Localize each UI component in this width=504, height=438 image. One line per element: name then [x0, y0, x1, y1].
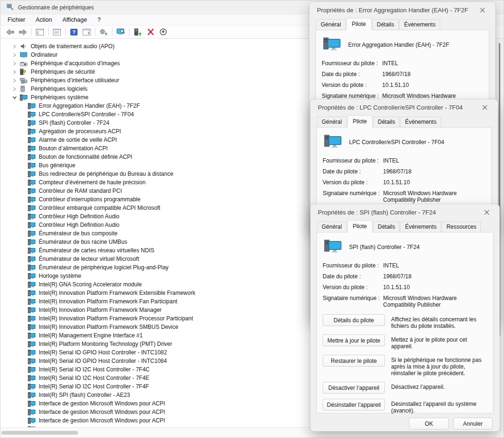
sysdev-icon: [28, 120, 36, 126]
driver-provider-value: INTEL: [383, 262, 487, 269]
field-label: Date du pilote :: [323, 273, 383, 280]
field-label: Version du pilote :: [322, 82, 382, 88]
menu-fichier[interactable]: Fichier: [2, 15, 31, 25]
forward-icon[interactable]: [17, 26, 29, 38]
sysdev-icon: [28, 180, 36, 186]
chevron-right-icon[interactable]: [12, 78, 20, 83]
tab-pilote[interactable]: Pilote: [346, 18, 372, 30]
dialog-titlebar: Propriétés de : SPI (flash) Controller -…: [310, 204, 500, 220]
add-driver-icon[interactable]: [131, 26, 144, 38]
tab-details[interactable]: Détails: [373, 117, 400, 128]
sysdev-icon: [28, 316, 36, 322]
disable-device-icon[interactable]: [157, 26, 170, 38]
security-icon: [20, 69, 28, 75]
tree-item-label: Compteur d’événement de haute précision: [36, 179, 145, 186]
disable-device-button[interactable]: Désactiver l’appareil: [323, 382, 385, 394]
close-icon[interactable]: [478, 102, 491, 113]
tab-pilote[interactable]: Pilote: [347, 115, 373, 128]
tree-item-label: Intel(R) SPI (flash) Controller - AE23: [36, 392, 130, 398]
tree-item-label: Intel(R) Serial IO I2C Host Controller -…: [36, 375, 149, 381]
driver-version-value: 10.1.51.10: [382, 82, 483, 88]
driver-date-value: 1968/07/18: [382, 71, 483, 77]
field-label: Signataire numérique :: [323, 295, 383, 308]
tab-pilote[interactable]: Pilote: [347, 220, 373, 232]
tab-evenements[interactable]: Événements: [399, 19, 440, 30]
menu-help[interactable]: ?: [92, 15, 106, 25]
tree-item-label: Contrôleur High Definition Audio: [36, 222, 120, 228]
driver-signer-value: Microsoft Windows Hardware Compatibility…: [383, 295, 487, 308]
menu-affichage[interactable]: Affichage: [57, 15, 92, 25]
back-icon[interactable]: [4, 26, 17, 38]
sysdev-icon: [28, 214, 36, 220]
help-icon[interactable]: ?: [68, 26, 80, 38]
toolbar-separator: [48, 28, 49, 36]
device-name: LPC Controller/eSPI Controller - 7F04: [349, 139, 444, 146]
update-driver-button[interactable]: Mettre à jour le pilote: [323, 335, 385, 346]
sysdev-icon: [28, 273, 36, 279]
computer-icon: [20, 52, 28, 58]
action-pane-icon[interactable]: [80, 26, 93, 38]
sysdev-icon: [28, 265, 36, 271]
toolbar-separator: [112, 28, 112, 36]
tab-general[interactable]: Général: [316, 19, 346, 30]
close-icon[interactable]: [480, 206, 493, 218]
hid-icon: [20, 77, 28, 84]
uninstall-device-button[interactable]: Désinstaller l’appareil: [323, 399, 385, 411]
sysdev-icon: [28, 324, 36, 330]
speaker-icon: [20, 43, 28, 50]
driver-provider-value: INTEL: [382, 60, 483, 67]
tree-item-label: Énumérateur de bus composite: [36, 230, 118, 237]
tab-general[interactable]: Général: [317, 222, 347, 232]
tree-item-label: Contrôleur d’interruptions programmable: [36, 196, 140, 203]
driver-provider-value: INTEL: [383, 157, 486, 164]
sysdev-icon: [28, 231, 36, 237]
update-driver-gear-icon[interactable]: [97, 26, 110, 38]
tree-item-label: Intel(R) Management Engine Interface #1: [36, 332, 143, 339]
chevron-right-icon[interactable]: [12, 61, 20, 66]
tree-item-label: Énumérateur de lecteur virtuel Microsoft: [36, 256, 139, 262]
tab-general[interactable]: Général: [317, 117, 347, 128]
close-icon[interactable]: [476, 4, 489, 16]
tab-evenements[interactable]: Événements: [400, 117, 441, 128]
driver-date-value: 1968/07/18: [383, 273, 487, 280]
dialog-titlebar: Propriétés de : Error Aggregation Handle…: [309, 2, 495, 18]
console-tree-icon[interactable]: [34, 26, 46, 38]
sysdev-icon: [28, 401, 36, 407]
sysdev-icon: [28, 384, 36, 390]
driver-date-value: 1968/07/18: [383, 168, 486, 175]
ok-button[interactable]: OK: [409, 418, 449, 429]
tab-details[interactable]: Détails: [373, 222, 400, 232]
tree-item-label: Contrôleur High Definition Audio: [36, 213, 120, 220]
tab-ressources[interactable]: Ressources: [442, 222, 481, 232]
tab-strip: Général Pilote Détails Événements: [316, 117, 492, 128]
chevron-right-icon[interactable]: [12, 53, 20, 57]
sysdev-icon: [28, 358, 36, 364]
field-label: Signataire numérique :: [323, 190, 383, 203]
sysdev-icon: [28, 188, 36, 194]
chevron-right-icon[interactable]: [12, 87, 20, 91]
sysdev-icon: [28, 299, 36, 305]
horizontal-scrollbar-thumb[interactable]: [1, 431, 78, 435]
tab-details[interactable]: Détails: [372, 19, 399, 30]
sysdev-icon: [28, 367, 36, 373]
driver-details-button[interactable]: Détails du pilote: [323, 314, 385, 326]
uninstall-device-icon[interactable]: [144, 26, 157, 38]
sysdev-icon: [28, 350, 36, 356]
sysdev-icon: [28, 112, 36, 118]
tab-evenements[interactable]: Événements: [400, 222, 441, 232]
chevron-down-icon[interactable]: [12, 95, 20, 100]
properties-window-icon[interactable]: [51, 26, 63, 38]
scan-hardware-icon[interactable]: [114, 26, 127, 38]
cancel-button[interactable]: Annuler: [453, 418, 493, 429]
rollback-driver-button[interactable]: Restaurer le pilote: [323, 355, 385, 367]
tree-item-label: LPC Controller/eSPI Controller - 7F04: [36, 111, 134, 118]
chevron-right-icon[interactable]: [12, 70, 20, 74]
sysdev-icon: [28, 129, 36, 135]
chevron-right-icon[interactable]: [12, 44, 20, 49]
tree-item-label: Énumérateur de périphérique logiciel Plu…: [36, 264, 169, 271]
menu-action[interactable]: Action: [31, 15, 58, 25]
device-name: Error Aggregation Handler (EAH) - 7F2F: [348, 42, 449, 48]
tree-item-label: Alarme de sortie de veille ACPI: [36, 137, 117, 143]
tree-item-label: Périphérique d’acquisition d’images: [28, 60, 120, 67]
sysdev-icon: [28, 103, 36, 109]
